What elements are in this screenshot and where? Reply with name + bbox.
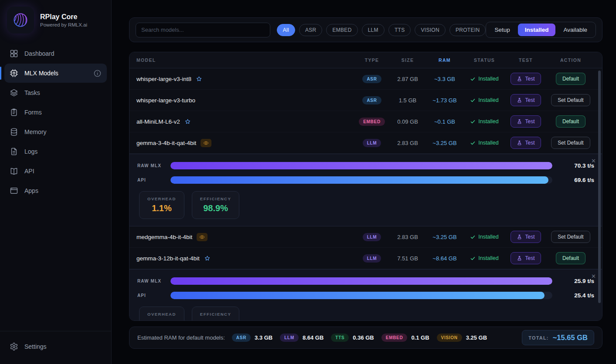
filter-pill-tts[interactable]: TTS: [388, 24, 411, 36]
model-cell: gemma-3-12b-it-qat-4bit: [136, 255, 354, 262]
test-button[interactable]: Test: [510, 252, 541, 264]
api-bar: [170, 292, 552, 299]
raw-mlx-row: RAW MLX 25.9 t/s: [137, 276, 594, 285]
tab-installed[interactable]: Installed: [518, 24, 556, 36]
overhead-value: 1.1%: [147, 203, 176, 213]
brand-text: RPlay Core Powered by RMLX.ai: [40, 13, 87, 27]
app-logo-icon: [7, 7, 34, 34]
column-header-status[interactable]: STATUS: [463, 57, 505, 63]
model-name: all-MiniLM-L6-v2: [136, 118, 180, 125]
column-header-size[interactable]: SIZE: [389, 57, 426, 63]
test-button[interactable]: Test: [510, 73, 541, 85]
test-button[interactable]: Test: [510, 231, 541, 243]
sidebar-item-logs[interactable]: Logs: [4, 142, 107, 161]
efficiency-value: 97.9%: [200, 319, 231, 321]
benchmark-stats: OVERHEAD 1.1% EFFICIENCY 98.9%: [139, 191, 594, 219]
ram-value: 3.25 GB: [466, 334, 487, 341]
star-icon[interactable]: [204, 255, 211, 262]
type-filters: AllASREMBEDLLMTTSVISIONPROTEIN: [277, 24, 486, 36]
raw-mlx-row: RAW MLX 70.3 t/s: [137, 161, 594, 170]
column-header-test[interactable]: TEST: [505, 57, 546, 63]
sidebar-item-api[interactable]: API: [4, 162, 107, 181]
test-button[interactable]: Test: [510, 94, 541, 106]
sidebar-item-mlx-models[interactable]: MLX Models: [4, 64, 107, 83]
model-name: gemma-3-12b-it-qat-4bit: [136, 255, 200, 262]
star-icon[interactable]: [196, 76, 202, 82]
column-header-ram[interactable]: RAM: [426, 57, 463, 63]
sidebar-item-tasks[interactable]: Tasks: [4, 83, 107, 102]
ram-summary-label: Estimated RAM for default models:: [137, 334, 225, 341]
column-header-model[interactable]: MODEL: [136, 57, 354, 63]
table-row[interactable]: whisper-large-v3-turbo ASR 1.5 GB ~1.73 …: [129, 90, 602, 111]
type-badge-tts: TTS: [331, 334, 349, 342]
column-header-type[interactable]: TYPE: [354, 57, 389, 63]
close-icon[interactable]: ✕: [591, 273, 596, 279]
filter-pill-asr[interactable]: ASR: [299, 24, 323, 36]
model-cell: whisper-large-v3-turbo: [136, 97, 354, 104]
flask-icon: [517, 234, 522, 240]
raw-mlx-label: RAW MLX: [137, 279, 170, 283]
model-ram: ~3.3 GB: [426, 76, 463, 82]
check-icon: [470, 234, 476, 240]
action-button[interactable]: Set Default: [551, 231, 590, 243]
flask-icon: [517, 76, 522, 82]
info-icon: [93, 69, 102, 78]
clipboard-icon: [10, 108, 18, 117]
api-bar: [170, 176, 552, 184]
benchmark-panel: ✕ RAW MLX 25.9 t/s API 25.4 t/s OVERHEAD…: [129, 269, 602, 321]
ram-entry: ASR 3.3 GB: [232, 334, 272, 342]
sidebar-item-settings[interactable]: Settings: [4, 337, 107, 356]
filter-pill-protein[interactable]: PROTEIN: [449, 24, 486, 36]
close-icon[interactable]: ✕: [591, 158, 596, 164]
star-icon[interactable]: [184, 118, 191, 125]
tab-setup[interactable]: Setup: [487, 24, 517, 36]
flask-icon: [517, 256, 522, 261]
table-row[interactable]: gemma-3-12b-it-qat-4bit LLM 7.51 GB ~8.6…: [129, 248, 602, 269]
table-row[interactable]: all-MiniLM-L6-v2 EMBED 0.09 GB ~0.1 GB I…: [129, 111, 602, 132]
table-row[interactable]: gemma-3-4b-it-qat-4bit LLM 2.83 GB ~3.25…: [129, 132, 602, 154]
model-cell: gemma-3-4b-it-qat-4bit: [136, 139, 354, 147]
search-input[interactable]: [136, 23, 270, 37]
efficiency-card: EFFICIENCY 98.9%: [192, 191, 239, 219]
model-size: 1.5 GB: [389, 97, 426, 104]
filter-pill-vision[interactable]: VISION: [415, 24, 445, 36]
action-button[interactable]: Set Default: [551, 137, 590, 149]
check-icon: [470, 76, 476, 82]
filter-pill-llm[interactable]: LLM: [362, 24, 385, 36]
sidebar-item-label: Tasks: [24, 89, 40, 96]
api-row: API 69.6 t/s: [137, 175, 594, 184]
book-icon: [10, 167, 18, 175]
type-badge-vision: VISION: [437, 334, 462, 342]
overhead-label: OVERHEAD: [147, 312, 176, 317]
table-row[interactable]: medgemma-4b-it-4bit LLM 2.83 GB ~3.25 GB…: [129, 226, 602, 248]
filter-pill-all[interactable]: All: [277, 24, 295, 36]
model-ram: ~3.25 GB: [426, 140, 463, 146]
model-size: 0.09 GB: [389, 118, 426, 125]
ram-value: 0.36 GB: [353, 334, 374, 341]
filter-pill-embed[interactable]: EMBED: [326, 24, 357, 36]
raw-mlx-value: 70.3 t/s: [563, 162, 594, 169]
action-button[interactable]: Default: [556, 115, 585, 128]
action-button[interactable]: Default: [556, 252, 585, 264]
database-icon: [10, 128, 18, 136]
table-row[interactable]: whisper-large-v3-int8 ASR 2.87 GB ~3.3 G…: [129, 68, 602, 90]
tab-available[interactable]: Available: [556, 24, 594, 36]
brand: RPlay Core Powered by RMLX.ai: [0, 0, 111, 38]
benchmark-panel: ✕ RAW MLX 70.3 t/s API 69.6 t/s OVERHEAD…: [129, 154, 602, 226]
type-badge-llm: LLM: [280, 334, 299, 342]
sidebar-item-apps[interactable]: Apps: [4, 181, 107, 200]
vision-eye-icon: [197, 233, 208, 241]
test-button[interactable]: Test: [510, 115, 541, 128]
action-button[interactable]: Default: [556, 73, 585, 85]
scrollbar-thumb[interactable]: [598, 71, 601, 303]
test-button[interactable]: Test: [510, 137, 541, 149]
type-badge: EMBED: [359, 118, 385, 126]
flask-icon: [517, 119, 522, 125]
sidebar-item-memory[interactable]: Memory: [4, 122, 107, 142]
window-icon: [10, 186, 18, 195]
sidebar-item-forms[interactable]: Forms: [4, 103, 107, 122]
column-header-action[interactable]: ACTION: [546, 57, 595, 63]
action-button[interactable]: Set Default: [551, 94, 590, 106]
sidebar-item-dashboard[interactable]: Dashboard: [4, 44, 107, 63]
status-badge: Installed: [463, 140, 505, 146]
